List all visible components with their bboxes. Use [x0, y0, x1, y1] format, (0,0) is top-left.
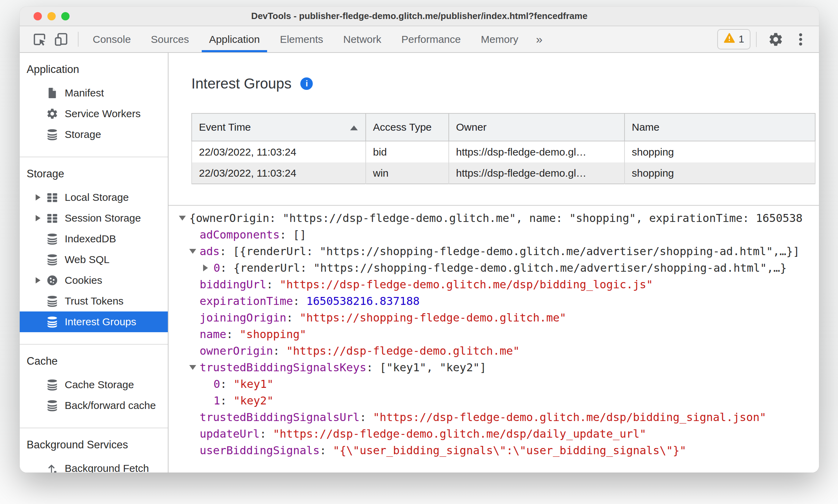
warnings-badge[interactable]: 1: [717, 29, 750, 49]
tab-label: Performance: [401, 34, 461, 45]
close-button[interactable]: [34, 12, 42, 20]
table-row[interactable]: 22/03/2022, 11:03:24bidhttps://dsp-fledg…: [192, 141, 815, 162]
tab-label: Memory: [481, 34, 518, 45]
tree-value-string: "https://shopping-fledge-demo.glitch.me": [300, 311, 566, 324]
tree-row: trustedBiddingSignalsUrl: "https://dsp-f…: [168, 409, 819, 426]
tree-separator: :: [266, 278, 280, 291]
column-header-owner[interactable]: Owner: [449, 113, 625, 141]
warning-triangle-icon: [723, 32, 735, 46]
inspect-cursor-icon[interactable]: [32, 32, 47, 47]
tree-key-index: 0: [213, 377, 220, 391]
minimize-button[interactable]: [47, 12, 56, 20]
expand-arrow-icon[interactable]: [36, 215, 46, 221]
device-toolbar-icon[interactable]: [54, 32, 69, 47]
tree-row[interactable]: ads: [{renderUrl: "https://shopping-fled…: [168, 243, 819, 260]
tree-value-preview: [{renderUrl: "https://shopping-fledge-de…: [233, 245, 800, 258]
sidebar-item-indexeddb[interactable]: IndexedDB: [20, 228, 168, 249]
tab-console[interactable]: Console: [83, 26, 141, 52]
column-header-access-type[interactable]: Access Type: [366, 113, 449, 141]
cookie-icon: [46, 274, 58, 287]
tab-performance[interactable]: Performance: [391, 26, 471, 52]
column-header-name[interactable]: Name: [625, 113, 815, 141]
sidebar-item-label: Web SQL: [65, 254, 110, 265]
tab-application[interactable]: Application: [199, 26, 270, 52]
tree-row: joiningOrigin: "https://shopping-fledge-…: [168, 309, 819, 326]
sidebar-item-label: Session Storage: [65, 212, 141, 224]
tree-value-string: "https://dsp-fledge-demo.glitch.me/dsp/b…: [280, 278, 653, 291]
tree-value-string: "shopping": [240, 328, 307, 341]
collapse-arrow-icon[interactable]: [189, 365, 200, 370]
database-icon: [46, 379, 58, 391]
sidebar-item-label: Interest Groups: [65, 316, 136, 328]
tree-row: expirationTime: 1650538216.837188: [168, 293, 819, 309]
sort-ascending-icon: [350, 125, 358, 130]
expand-arrow-icon[interactable]: [36, 277, 46, 283]
sidebar-item-cookies[interactable]: Cookies: [20, 270, 168, 291]
sidebar-item-session-storage[interactable]: Session Storage: [20, 208, 168, 228]
tree-value-string: "https://dsp-fledge-demo.glitch.me/dsp/d…: [273, 427, 646, 440]
expand-arrow-icon[interactable]: [203, 264, 213, 271]
tree-key-index: 1: [213, 394, 220, 407]
info-icon[interactable]: i: [300, 77, 313, 90]
sidebar-item-manifest[interactable]: Manifest: [20, 83, 168, 103]
sidebar-item-back-forward-cache[interactable]: Back/forward cache: [20, 395, 168, 416]
panel-tabs: ConsoleSourcesApplicationElementsNetwork…: [83, 26, 550, 52]
database-icon: [46, 295, 58, 307]
tab-memory[interactable]: Memory: [471, 26, 528, 52]
tree-row: ownerOrigin: "https://dsp-fledge-demo.gl…: [168, 343, 819, 359]
sidebar-item-label: Trust Tokens: [65, 295, 124, 307]
tab-label: Application: [209, 34, 260, 45]
table-icon: [46, 212, 58, 224]
column-header-label: Owner: [456, 121, 486, 133]
tree-row: userBiddingSignals: "{\"user_bidding_sig…: [168, 442, 819, 459]
three-dot-menu-icon[interactable]: [793, 31, 809, 47]
sidebar-item-label: Background Fetch: [65, 463, 149, 473]
sidebar-item-background-fetch[interactable]: Background Fetch: [20, 458, 168, 473]
gear-icon[interactable]: [768, 31, 784, 47]
tree-value-string: "https://dsp-fledge-demo.glitch.me/dsp/b…: [373, 411, 766, 424]
table-cell: bid: [366, 141, 449, 162]
sidebar-item-web-sql[interactable]: Web SQL: [20, 249, 168, 270]
table-cell: 22/03/2022, 11:03:24: [192, 141, 366, 162]
database-icon: [46, 399, 58, 412]
tree-row: 0: "key1": [168, 376, 819, 392]
tree-row[interactable]: 0: {renderUrl: "https://shopping-fledge-…: [168, 260, 819, 276]
tab-sources[interactable]: Sources: [141, 26, 199, 52]
table-row[interactable]: 22/03/2022, 11:03:24winhttps://dsp-fledg…: [192, 162, 815, 184]
sidebar-item-label: Cache Storage: [65, 379, 134, 391]
sidebar-item-label: Local Storage: [65, 192, 129, 203]
sidebar-section-header: Background Services: [20, 436, 168, 454]
column-header-event-time[interactable]: Event Time: [192, 113, 366, 141]
sidebar-item-local-storage[interactable]: Local Storage: [20, 187, 168, 208]
collapse-arrow-icon[interactable]: [179, 216, 189, 221]
more-tabs-button[interactable]: »: [528, 26, 550, 52]
sidebar-item-cache-storage[interactable]: Cache Storage: [20, 374, 168, 395]
devtools-toolbar: ConsoleSourcesApplicationElementsNetwork…: [20, 26, 819, 53]
column-header-label: Event Time: [199, 121, 251, 133]
sidebar-item-trust-tokens[interactable]: Trust Tokens: [20, 291, 168, 311]
tree-key-property: ads: [200, 245, 220, 258]
tab-label: Network: [343, 34, 381, 45]
database-icon: [46, 316, 58, 328]
interest-groups-panel: Interest Groups i Event TimeAccess TypeO…: [168, 53, 819, 473]
tree-row: 1: "key2": [168, 392, 819, 409]
tree-key-property: expirationTime: [200, 295, 293, 308]
tree-value-preview: {renderUrl: "https://shopping-fledge-dem…: [234, 261, 787, 274]
sidebar-item-label: IndexedDB: [65, 233, 116, 245]
sidebar-section: ApplicationManifestService WorkersStorag…: [20, 53, 168, 157]
tree-key-property: trustedBiddingSignalsKeys: [200, 361, 366, 374]
expand-arrow-icon[interactable]: [36, 194, 46, 200]
tree-row[interactable]: trustedBiddingSignalsKeys: ["key1", "key…: [168, 359, 819, 376]
tree-separator: :: [220, 245, 233, 258]
zoom-button[interactable]: [61, 12, 70, 20]
sidebar-item-service-workers[interactable]: Service Workers: [20, 103, 168, 124]
tree-key-property: joiningOrigin: [200, 311, 286, 324]
collapse-arrow-icon[interactable]: [189, 249, 200, 254]
tab-network[interactable]: Network: [333, 26, 391, 52]
tab-elements[interactable]: Elements: [270, 26, 333, 52]
sidebar-item-interest-groups[interactable]: Interest Groups: [20, 311, 168, 332]
sidebar-item-storage[interactable]: Storage: [20, 124, 168, 145]
tree-row[interactable]: {ownerOrigin: "https://dsp-fledge-demo.g…: [168, 210, 819, 226]
interest-groups-table: Event TimeAccess TypeOwnerName 22/03/202…: [191, 113, 816, 184]
tree-key-property: adComponents: [200, 228, 280, 241]
